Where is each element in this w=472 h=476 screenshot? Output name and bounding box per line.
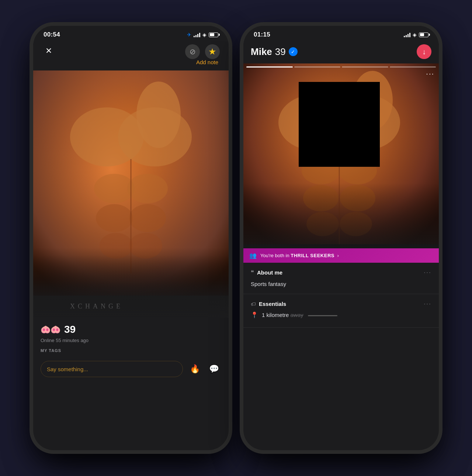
profile-image-phone1[interactable]: XCHANGE [33,70,229,318]
essentials-item-location: 📍 1 kilometre away [251,311,431,318]
location-bar [308,315,337,316]
signal-bar-1 [194,36,195,37]
about-me-section: ❝ About me ··· Sports fantasy [243,263,439,294]
star-icon: ★ [208,46,216,57]
pig-emojis: 🐽🐽 [41,325,60,334]
add-note-label[interactable]: Add note [196,59,220,67]
signal-bar-p2-1 [404,36,405,37]
phone2-wrapper: 01:15 ◈ Mike 39 ✓ [243,26,439,450]
verified-badge: ✓ [289,47,298,56]
chat-icon: 💬 [209,364,219,374]
bottom-action-bar-phone1: Say something... 🔥 💬 [33,361,229,384]
profile-age-phone2: 39 [275,46,286,58]
thrill-text: You're both in THRILL SEEKERS › [260,253,339,258]
nav-bar-phone1: ✕ ⊘ ★ Add note [33,41,229,70]
thrill-seekers-banner[interactable]: 👥 You're both in THRILL SEEKERS › [243,248,439,263]
svg-point-11 [136,82,181,148]
status-time-phone1: 00:54 [44,31,60,38]
say-something-placeholder: Say something... [47,366,88,372]
age-row-phone1: 🐽🐽 39 [41,324,221,335]
about-me-title: About me [257,269,282,276]
download-icon: ↓ [422,48,426,56]
thrill-chevron-icon: › [336,253,339,258]
signal-bar-p2-2 [406,35,407,37]
profile-name-row: Mike 39 ✓ [251,46,298,58]
svg-point-5 [127,174,168,203]
indicator-4 [390,66,436,68]
essentials-header: 🏷 Essentials ··· [251,300,431,308]
more-options-button[interactable]: ··· [426,69,434,78]
chat-button[interactable]: 💬 [206,362,221,376]
phone2: 01:15 ◈ Mike 39 ✓ [243,26,439,450]
status-icons-phone1: ✈ ◈ [187,32,218,38]
essentials-section: 🏷 Essentials ··· 📍 1 kilometre away [243,294,439,328]
checkmark-icon: ✓ [291,49,295,55]
super-like-button[interactable]: ★ [205,44,220,59]
signal-bars-phone2 [404,32,410,37]
quote-icon: ❝ [251,269,254,276]
phone1-wrapper: 00:54 ✈ ◈ ✕ [33,26,229,450]
battery-icon-phone2 [419,32,428,37]
location-away-strikethrough: away [291,312,303,318]
nav-right-section: ⊘ ★ Add note [185,44,220,68]
indicator-3 [342,66,388,68]
battery-icon-phone1 [209,32,218,37]
battery-fill-phone2 [420,33,424,36]
online-status-phone1: Online 55 minutes ago [41,338,221,343]
location-distance: 1 kilometre [262,312,291,318]
my-tags-label: MY TAGS [41,348,221,353]
status-icons-phone2: ◈ [404,32,428,38]
signal-bar-p2-3 [407,34,409,37]
thrill-icon: 👥 [249,252,257,259]
thrill-text-before: You're both in [260,253,291,258]
close-icon: ✕ [45,46,52,56]
phone1: 00:54 ✈ ◈ ✕ [33,26,229,450]
image-gradient-phone1 [33,281,229,318]
location-icon: ✈ [187,32,191,38]
about-me-content: Sports fantasy [251,280,431,288]
wifi-icon-phone2: ◈ [413,32,417,38]
essentials-more-button[interactable]: ··· [424,300,431,308]
location-pin-icon: 📍 [251,311,258,318]
indicator-1 [246,66,293,68]
status-bar-phone2: 01:15 ◈ [243,26,439,41]
age-text-phone1: 39 [64,324,76,335]
fire-button[interactable]: 🔥 [187,362,202,376]
indicator-2 [294,66,341,68]
profile-info-phone1: 🐽🐽 39 Online 55 minutes ago MY TAGS [33,318,229,361]
essentials-title-row: 🏷 Essentials [251,301,286,307]
signal-bars-phone1 [194,32,200,37]
block-icon: ⊘ [190,47,196,56]
image-indicators-phone2 [243,66,439,68]
essentials-icon: 🏷 [251,301,256,307]
profile-header-phone2: Mike 39 ✓ ↓ [243,41,439,63]
battery-fill-phone1 [210,33,215,36]
block-button[interactable]: ⊘ [185,44,200,59]
profile-image-bg-phone2: XCHANGE [243,63,439,263]
about-me-header: ❝ About me ··· [251,269,431,276]
close-button[interactable]: ✕ [42,44,55,58]
svg-point-7 [129,204,166,232]
svg-point-6 [96,204,133,232]
signal-bar-3 [197,34,198,37]
wifi-icon-phone1: ◈ [202,32,206,38]
status-time-phone2: 01:15 [254,31,270,38]
essentials-title: Essentials [259,301,286,307]
profile-image-phone2[interactable]: XCHANGE ··· 👥 [243,63,439,263]
signal-bar-2 [195,35,197,37]
signal-bar-p2-4 [409,33,410,37]
status-bar-phone1: 00:54 ✈ ◈ [33,26,229,41]
fire-icon: 🔥 [190,364,200,374]
profile-name: Mike [251,46,272,58]
thrill-seekers-banner-container: 👥 You're both in THRILL SEEKERS › [243,248,439,263]
signal-bar-4 [199,33,200,37]
nav-area: ✕ ⊘ ★ Add note [33,41,229,70]
about-me-title-row: ❝ About me [251,269,282,276]
thrill-text-highlight: THRILL SEEKERS [291,253,334,258]
about-me-more-button[interactable]: ··· [424,269,431,276]
essentials-location-text: 1 kilometre away [262,312,337,318]
download-button[interactable]: ↓ [417,44,431,59]
face-redaction-box [299,82,380,167]
say-something-input[interactable]: Say something... [41,361,183,377]
nav-action-buttons: ⊘ ★ [185,44,220,59]
